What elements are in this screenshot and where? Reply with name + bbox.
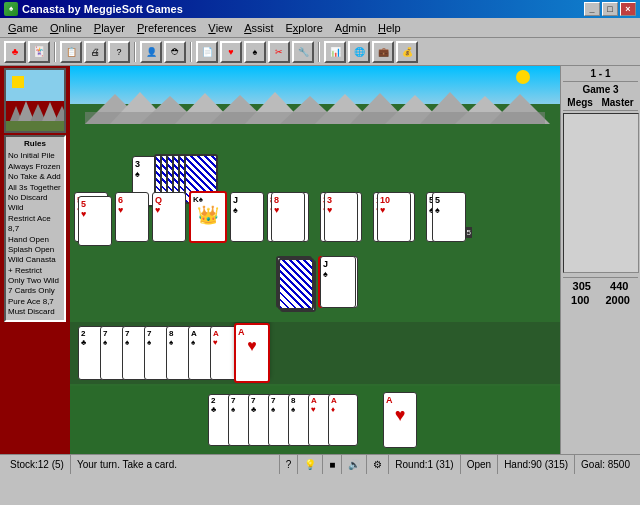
rules-box: Rules No Initial Pile Always Frozen No T… (4, 135, 66, 322)
toolbar-btn-14[interactable]: 🌐 (348, 41, 370, 63)
toolbar-btn-8[interactable]: 📄 (196, 41, 218, 63)
card-3h-1: 3♥ (324, 192, 358, 242)
toolbar-btn-5[interactable]: ? (108, 41, 130, 63)
toolbar-btn-3[interactable]: 📋 (60, 41, 82, 63)
current-scores: 305 440 (563, 277, 638, 292)
meld-8h-stack[interactable]: 8♥ 8♥ 8♥ (267, 192, 317, 242)
rule-9: Wild Canasta (8, 255, 62, 265)
player-hand: 2♣ 7♠ 7♠ 7♠ 8♠ A♠ A♥ A ♥ (70, 322, 560, 384)
toolbar-btn-12[interactable]: 🔧 (292, 41, 314, 63)
meld-10h-stack[interactable]: 10♥ 10♥ 10♥ (373, 192, 423, 242)
toolbar: ♣ 🃏 📋 🖨 ? 👤 ⛑ 📄 ♥ ♠ ✂ 🔧 📊 🌐 💼 💰 (0, 38, 640, 66)
menu-preferences[interactable]: Preferences (131, 18, 202, 37)
meld-count: 5 (466, 227, 472, 238)
sound-btn[interactable]: 🔊 (342, 455, 367, 474)
card-qh[interactable]: Q♥ (152, 192, 186, 242)
score-master-total: 2000 (605, 294, 629, 306)
close-button[interactable]: × (620, 2, 636, 16)
meld-5s-stack[interactable]: 5♠ 5♠ 5 (426, 192, 472, 242)
discard-1: J♠ (320, 256, 356, 308)
minimize-button[interactable]: _ (584, 2, 600, 16)
menu-help[interactable]: Help (372, 18, 407, 37)
hand-score: Hand:90 (315) (498, 455, 575, 474)
menu-online[interactable]: Online (44, 18, 88, 37)
hand-card-selected[interactable]: A ♥ (234, 323, 270, 383)
player-bottom-cards: 2♣ 7♠ 7♣ 7♠ 8♠ A♥ A♦ A ♥ (213, 392, 417, 448)
card-10h-1: 10♥ (377, 192, 411, 242)
game-area: Rules No Initial Pile Always Frozen No T… (0, 66, 640, 454)
round-info: Round:1 (31) (389, 455, 460, 474)
toolbar-btn-6[interactable]: 👤 (140, 41, 162, 63)
score-history-area (563, 113, 639, 273)
stop-btn[interactable]: ■ (323, 455, 342, 474)
menu-assist[interactable]: Assist (238, 18, 279, 37)
toolbar-btn-11[interactable]: ✂ (268, 41, 290, 63)
menu-bar: Game Online Player Preferences View Assi… (0, 18, 640, 38)
menu-admin[interactable]: Admin (329, 18, 372, 37)
toolbar-btn-4[interactable]: 🖨 (84, 41, 106, 63)
menu-view[interactable]: View (202, 18, 238, 37)
sky-background (70, 66, 560, 124)
toolbar-btn-16[interactable]: 💰 (396, 41, 418, 63)
status-bar: Stock:12 (5) Your turn. Take a card. ? 💡… (0, 454, 640, 474)
menu-explore[interactable]: Explore (280, 18, 329, 37)
toolbar-btn-13[interactable]: 📊 (324, 41, 346, 63)
decorative-scene (4, 68, 66, 133)
toolbar-btn-9[interactable]: ♥ (220, 41, 242, 63)
maximize-button[interactable]: □ (602, 2, 618, 16)
menu-player[interactable]: Player (88, 18, 131, 37)
right-panel: 1 - 1 Game 3 Megs Master 305 440 100 200… (560, 66, 640, 454)
bottom-card-heart[interactable]: A ♥ (383, 392, 417, 448)
toolbar-btn-2[interactable]: 🃏 (28, 41, 50, 63)
rule-12: 7 Cards Only (8, 286, 62, 296)
options-btn[interactable]: ⚙ (367, 455, 389, 474)
card-ks[interactable]: K♠ 👑 (189, 191, 227, 243)
rule-8: Splash Open (8, 245, 62, 255)
toolbar-btn-1[interactable]: ♣ (4, 41, 26, 63)
sun (516, 70, 530, 84)
score-col-megs: Megs (567, 97, 593, 108)
svg-rect-19 (85, 112, 545, 124)
card-6h[interactable]: 6♥ (115, 192, 149, 242)
rule-11: Only Two Wild (8, 276, 62, 286)
menu-game[interactable]: Game (2, 18, 44, 37)
toolbar-btn-10[interactable]: ♠ (244, 41, 266, 63)
draw-pile[interactable] (276, 256, 312, 308)
discard-pile[interactable]: 10♥ J♠ C 🃏 (318, 256, 354, 308)
rule-4: All 3s Together (8, 183, 62, 193)
bottom-area: 2♣ 7♠ 7♣ 7♠ 8♠ A♥ A♦ A ♥ (70, 386, 560, 454)
help-btn[interactable]: ? (280, 455, 299, 474)
card-5s-1: 5♠ (432, 192, 466, 242)
toolbar-sep-1 (54, 42, 56, 62)
score-col-master: Master (601, 97, 633, 108)
score-column-headers: Megs Master (563, 97, 638, 111)
rule-10: + Restrict (8, 266, 62, 276)
rule-14: Must Discard (8, 307, 62, 317)
toolbar-btn-15[interactable]: 💼 (372, 41, 394, 63)
meld-5h[interactable]: 5♥ 5♥ (74, 192, 112, 242)
svg-rect-5 (6, 121, 66, 131)
window-controls: _ □ × (584, 2, 636, 16)
window-title: Canasta by MeggieSoft Games (22, 3, 183, 15)
opponent-hand-area: 3 ♠ (70, 126, 560, 182)
top-melds-row: 5♥ 5♥ 6♥ Q♥ K♠ 👑 J♠ 8♥ 8♥ 8♥ (70, 184, 560, 249)
toolbar-sep-4 (318, 42, 320, 62)
score-master-current: 440 (610, 280, 628, 292)
bottom-card-7[interactable]: A♦ (328, 394, 358, 446)
hint-btn[interactable]: 💡 (298, 455, 323, 474)
rule-6: Restrict Ace 8,7 (8, 214, 62, 235)
toolbar-btn-7[interactable]: ⛑ (164, 41, 186, 63)
game-score-label: 1 - 1 (563, 68, 638, 82)
card-js[interactable]: J♠ (230, 192, 264, 242)
rule-3: No Take & Add (8, 172, 62, 182)
card-8h-1: 8♥ (271, 192, 305, 242)
draw-card-back-2 (278, 258, 314, 310)
mountains (70, 92, 560, 124)
meld-3h-stack[interactable]: 3♥ 3♥ 3♥ (320, 192, 370, 242)
card-5h-shadow: 5♥ (78, 196, 112, 246)
draw-discard-area: 10♥ J♠ C 🃏 (276, 256, 354, 308)
sun-icon (12, 76, 24, 88)
rules-title: Rules (8, 139, 62, 149)
title-bar: ♠ Canasta by MeggieSoft Games _ □ × (0, 0, 640, 18)
rule-7: Hand Open (8, 235, 62, 245)
